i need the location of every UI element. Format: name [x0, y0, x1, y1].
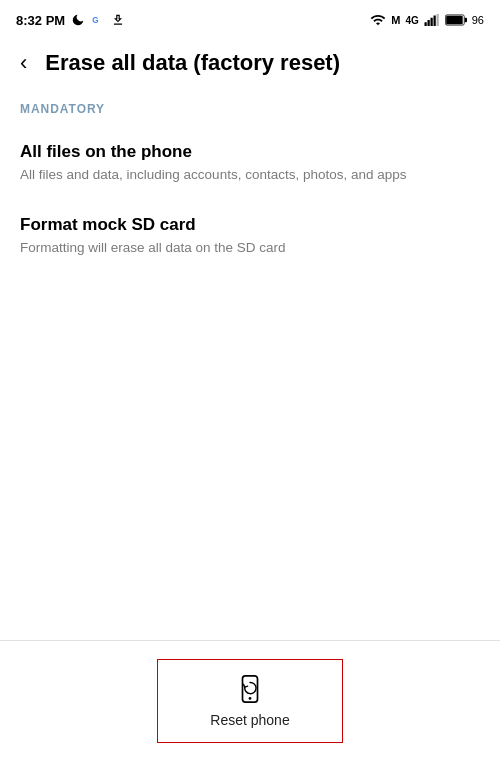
svg-rect-4 [433, 16, 435, 27]
battery-icon [445, 14, 467, 26]
status-left: 8:32 PM G [16, 13, 125, 28]
svg-point-10 [249, 697, 252, 700]
svg-rect-2 [427, 20, 429, 26]
page-header: ‹ Erase all data (factory reset) [0, 36, 500, 94]
carrier-icon: M [391, 14, 400, 26]
back-button[interactable]: ‹ [16, 46, 31, 80]
wifi-icon [370, 12, 386, 28]
svg-rect-8 [446, 16, 463, 25]
svg-rect-1 [424, 22, 426, 26]
google-icon: G [91, 13, 105, 27]
signal-icon [424, 14, 440, 26]
content-area: MANDATORY All files on the phone All fil… [0, 94, 500, 274]
page-title: Erase all data (factory reset) [45, 50, 340, 76]
svg-rect-7 [464, 18, 466, 23]
bottom-action-area: Reset phone [0, 640, 500, 765]
list-item: All files on the phone All files and dat… [0, 128, 500, 201]
list-item: Format mock SD card Formatting will eras… [0, 201, 500, 274]
svg-text:G: G [92, 16, 98, 25]
reset-phone-icon [235, 674, 265, 704]
time-display: 8:32 PM [16, 13, 65, 28]
status-bar: 8:32 PM G M 4G [0, 0, 500, 36]
battery-percent: 96 [472, 14, 484, 26]
item-desc-files: All files and data, including accounts, … [20, 166, 480, 185]
item-desc-sdcard: Formatting will erase all data on the SD… [20, 239, 480, 258]
section-label: MANDATORY [0, 102, 500, 128]
svg-rect-3 [430, 18, 432, 26]
download-icon [111, 13, 125, 27]
item-title-sdcard: Format mock SD card [20, 215, 480, 235]
reset-phone-label: Reset phone [210, 712, 289, 728]
status-right: M 4G 96 [370, 12, 484, 28]
reset-phone-button[interactable]: Reset phone [157, 659, 342, 743]
moon-icon [71, 13, 85, 27]
svg-rect-5 [436, 14, 438, 26]
item-title-files: All files on the phone [20, 142, 480, 162]
network-type: 4G [405, 15, 418, 26]
